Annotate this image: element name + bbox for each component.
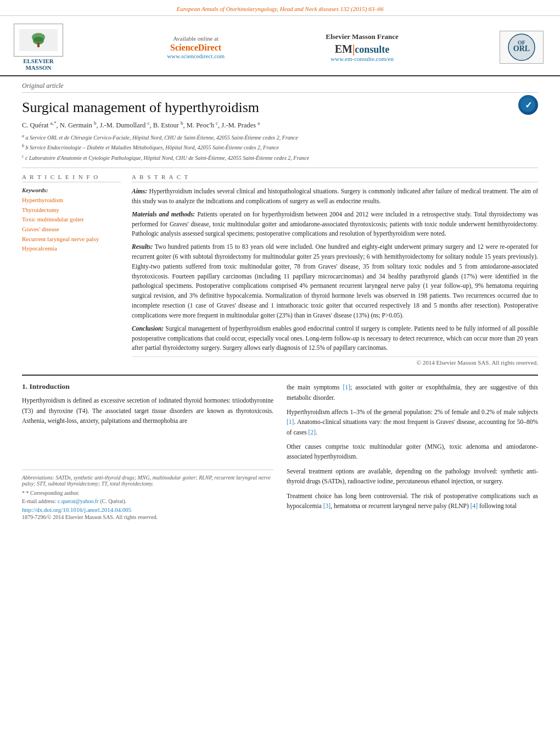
svg-text:ORL: ORL bbox=[513, 44, 530, 53]
section1-title: 1. Introduction bbox=[22, 382, 273, 391]
footnote-area: Abbreviations: SATDs, synthetic anti-thy… bbox=[22, 470, 273, 520]
para1-text: Hyperthyroidism is defined as excessive … bbox=[22, 397, 273, 424]
article-info-abstract-row: A R T I C L E I N F O Keywords: Hyperthy… bbox=[22, 168, 538, 366]
svg-rect-2 bbox=[37, 43, 40, 47]
keyword-1: Thyroidectomy bbox=[22, 205, 121, 215]
ref1-link[interactable]: [1] bbox=[343, 384, 350, 390]
aims-label: Aims: bbox=[132, 188, 147, 194]
email-line: E-mail address: c.querat@yahoo.fr (C. Qu… bbox=[22, 498, 273, 504]
keyword-5: Hypocalcemia bbox=[22, 244, 121, 254]
section1-number: 1. bbox=[22, 382, 27, 390]
content-area: Original article Surgical management of … bbox=[0, 76, 560, 526]
body-content: 1. Introduction Hyperthyroidism is defin… bbox=[22, 375, 538, 520]
body-para-right2: Hyperthyroidism affects 1–3% of the gene… bbox=[287, 407, 538, 437]
abstract-aims: Aims: Hyperthyroidism includes several c… bbox=[132, 187, 538, 207]
body-para-right1: the main symptoms [1]; associated with g… bbox=[287, 382, 538, 403]
article-info-label: A R T I C L E I N F O bbox=[22, 174, 121, 182]
crossmark-icon: ✓ bbox=[520, 97, 536, 113]
abstract-results: Results: Two hundred patients from 15 to… bbox=[132, 242, 538, 321]
page: European Annals of Otorhinolaryngology, … bbox=[0, 0, 560, 742]
copyright: © 2014 Elsevier Masson SAS. All rights r… bbox=[132, 356, 538, 366]
sciencedirect-url: www.sciencedirect.com bbox=[167, 53, 225, 59]
available-online-text: Available online at bbox=[167, 35, 225, 42]
body-para-1: Hyperthyroidism is defined as excessive … bbox=[22, 395, 273, 426]
article-title-block: Surgical management of hyperthyroidism C… bbox=[22, 95, 260, 133]
doi-line[interactable]: http://dx.doi.org/10.1016/j.anorl.2014.0… bbox=[22, 506, 273, 513]
conclusion-label: Conclusion: bbox=[132, 325, 164, 332]
aims-text: Hyperthyroidism includes several clinica… bbox=[132, 188, 538, 204]
crossmark-badge[interactable]: ✓ bbox=[518, 95, 538, 115]
para-right5-text: Treatment choice has long been controver… bbox=[287, 493, 538, 509]
affiliation-a: a a Service ORL et de Chirurgie Cervico-… bbox=[22, 133, 538, 142]
conclusion-text: Surgical management of hyperthyroidism e… bbox=[132, 325, 538, 352]
keyword-3: Graves' disease bbox=[22, 225, 121, 235]
orl-logo-icon: OF ORL bbox=[502, 32, 541, 63]
abbreviations: Abbreviations: SATDs, synthetic anti-thy… bbox=[22, 475, 273, 487]
footnote-divider bbox=[22, 470, 273, 470]
methods-label: Materials and methods: bbox=[132, 211, 195, 217]
elsevier-logo: ELSEVIER MASSON bbox=[11, 24, 66, 71]
star-symbol: * bbox=[22, 490, 25, 496]
body-para-right5: Treatment choice has long been controver… bbox=[287, 491, 538, 511]
ref4-link[interactable]: [4] bbox=[471, 503, 478, 509]
keyword-4: Recurrent laryngeal nerve palsy bbox=[22, 235, 121, 244]
keyword-0: Hyperthyroidism bbox=[22, 196, 121, 205]
body-two-col: 1. Introduction Hyperthyroidism is defin… bbox=[22, 382, 538, 520]
keywords-label: Keywords: bbox=[22, 187, 121, 193]
ref1b-link[interactable]: [1] bbox=[287, 419, 294, 425]
article-title: Surgical management of hyperthyroidism bbox=[22, 99, 260, 116]
logos-row: ELSEVIER MASSON Available online at Scie… bbox=[0, 19, 560, 76]
section1-heading: Introduction bbox=[30, 382, 70, 390]
issn-line: 1879-7296/© 2014 Elsevier Masson SAS. Al… bbox=[22, 514, 273, 520]
para-right1-text: the main symptoms [1]; associated with g… bbox=[287, 384, 538, 400]
elsevier-label: ELSEVIER bbox=[23, 58, 54, 64]
elsevier-inner bbox=[19, 29, 58, 51]
title-crossmark-row: Surgical management of hyperthyroidism C… bbox=[22, 95, 538, 133]
journal-title: European Annals of Otorhinolaryngology, … bbox=[176, 5, 383, 12]
svg-text:✓: ✓ bbox=[525, 101, 532, 110]
sciencedirect-name: ScienceDirect bbox=[167, 43, 225, 53]
ref2-link[interactable]: [2] bbox=[309, 429, 316, 436]
orl-logo-box: OF ORL bbox=[500, 31, 544, 64]
affiliation-c: c c Laboratoire d'Anatomie et Cytologie … bbox=[22, 153, 538, 162]
results-text: Two hundred patients from 15 to 83 years… bbox=[132, 243, 538, 319]
elsevier-masson-france: Elsevier Masson France bbox=[326, 32, 399, 41]
em-url: www.em-consulte.com/en bbox=[326, 55, 399, 62]
email-label: E-mail address: bbox=[22, 498, 56, 504]
corresponding-star: * * Corresponding author. bbox=[22, 490, 273, 496]
body-left-col: 1. Introduction Hyperthyroidism is defin… bbox=[22, 382, 273, 520]
para-right2-text: Hyperthyroidism affects 1–3% of the gene… bbox=[287, 409, 538, 436]
results-label: Results: bbox=[132, 243, 153, 250]
ref3-link[interactable]: [3] bbox=[323, 503, 331, 509]
author-text: C. Quérat a,*, N. Germain b, J.-M. Dumol… bbox=[22, 121, 260, 129]
email-link[interactable]: c.querat@yahoo.fr bbox=[58, 498, 99, 504]
masson-label: MASSON bbox=[25, 64, 51, 71]
abstract-label: A B S T R A C T bbox=[132, 174, 538, 182]
em-title: EM|consulte bbox=[326, 43, 399, 55]
affiliations: a a Service ORL et de Chirurgie Cervico-… bbox=[22, 133, 538, 162]
para-right4-text: Several treatment options are available,… bbox=[287, 468, 538, 484]
body-para-right3: Other causes comprise toxic multinodular… bbox=[287, 442, 538, 462]
article-type: Original article bbox=[22, 82, 538, 93]
body-right-col: the main symptoms [1]; associated with g… bbox=[287, 382, 538, 520]
body-para-right4: Several treatment options are available,… bbox=[287, 466, 538, 487]
article-info-col: A R T I C L E I N F O Keywords: Hyperthy… bbox=[22, 174, 121, 366]
emconsulte-block: Elsevier Masson France EM|consulte www.e… bbox=[326, 32, 399, 62]
abstract-conclusion: Conclusion: Surgical management of hyper… bbox=[132, 324, 538, 353]
email-suffix: (C. Quérat). bbox=[100, 498, 126, 504]
journal-header: European Annals of Otorhinolaryngology, … bbox=[0, 0, 560, 16]
keywords-list: Hyperthyroidism Thyroidectomy Toxic mult… bbox=[22, 196, 121, 254]
elsevier-tree-icon bbox=[27, 32, 49, 48]
elsevier-box bbox=[14, 24, 63, 57]
affiliation-b: b b Service Endocrinologie – Diabète et … bbox=[22, 143, 538, 152]
authors-line: C. Quérat a,*, N. Germain b, J.-M. Dumol… bbox=[22, 120, 260, 130]
keyword-2: Toxic multinodular goiter bbox=[22, 215, 121, 225]
abstract-col: A B S T R A C T Aims: Hyperthyroidism in… bbox=[132, 174, 538, 366]
corresponding-label: * Corresponding author. bbox=[26, 490, 80, 496]
sciencedirect-block: Available online at ScienceDirect www.sc… bbox=[167, 35, 225, 59]
para-right3-text: Other causes comprise toxic multinodular… bbox=[287, 443, 538, 460]
abstract-methods: Materials and methods: Patients operated… bbox=[132, 210, 538, 239]
